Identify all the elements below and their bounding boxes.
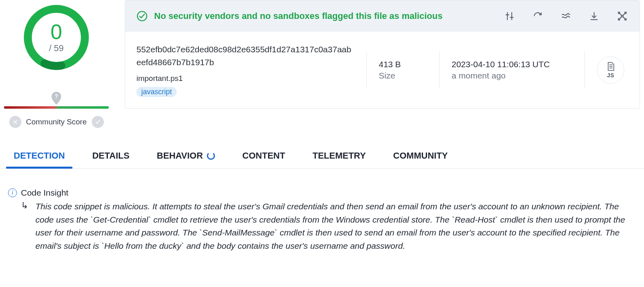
svg-rect-7 — [618, 19, 619, 20]
tab-details[interactable]: DETAILS — [91, 148, 131, 168]
file-tag[interactable]: javascript — [136, 87, 177, 97]
divider — [584, 52, 585, 88]
info-icon: i — [8, 188, 17, 197]
filter-icon[interactable] — [504, 10, 516, 22]
community-score-label: Community Score — [26, 118, 87, 126]
code-insight-body: This code snippet is malicious. It attem… — [35, 200, 636, 252]
tab-content[interactable]: CONTENT — [241, 148, 287, 168]
svg-rect-8 — [625, 19, 626, 20]
detection-score-ring: 0 / 59 — [22, 3, 91, 72]
verdict-banner: No security vendors and no sandboxes fla… — [125, 0, 640, 32]
file-details-row: 552efb0dc7e62ded08c98d2e6355df1d27a1317c… — [125, 32, 640, 108]
code-insight-title: Code Insight — [21, 188, 68, 198]
svg-text:?: ? — [55, 93, 58, 99]
divider — [366, 52, 367, 88]
download-icon[interactable] — [588, 10, 600, 22]
community-confirm-icon[interactable] — [92, 116, 104, 128]
score-pane: 0 / 59 ? Community Score — [4, 0, 109, 128]
code-insight-section: i Code Insight ↳ This code snippet is ma… — [0, 169, 644, 260]
svg-rect-5 — [618, 12, 619, 13]
reply-arrow-icon: ↳ — [21, 200, 30, 252]
file-type-label: JS — [607, 72, 614, 78]
detection-score-total: / 59 — [49, 43, 64, 54]
community-score-block: ? Community Score — [4, 92, 109, 128]
community-score-bar — [4, 106, 109, 109]
banner-actions — [504, 10, 628, 22]
divider — [439, 52, 440, 88]
tab-detection[interactable]: DETECTION — [12, 148, 66, 168]
file-name: important.ps1 — [136, 74, 354, 83]
detection-score-value: 0 — [51, 21, 62, 42]
graph-icon[interactable] — [616, 10, 628, 22]
file-hash: 552efb0dc7e62ded08c98d2e6355df1d27a1317c… — [136, 43, 354, 68]
file-type-badge: JS — [597, 56, 624, 84]
community-marker-icon: ? — [51, 92, 62, 105]
file-size: 413 B — [379, 60, 427, 69]
svg-rect-4 — [621, 15, 623, 17]
checkmark-circle-icon — [136, 10, 148, 22]
verdict-message: No security vendors and no sandboxes fla… — [154, 11, 442, 21]
tab-bar: DETECTION DETAILS BEHAVIOR CONTENT TELEM… — [0, 148, 644, 169]
file-icon — [606, 62, 615, 71]
file-size-label: Size — [379, 71, 427, 81]
tab-behavior-label: BEHAVIOR — [157, 151, 203, 161]
reanalyze-icon[interactable] — [532, 10, 544, 22]
loading-spinner-icon — [207, 152, 215, 160]
tab-telemetry[interactable]: TELEMETRY — [311, 148, 367, 168]
analysis-time-relative: a moment ago — [452, 71, 572, 81]
tab-behavior[interactable]: BEHAVIOR — [155, 148, 217, 168]
summary-card: No security vendors and no sandboxes fla… — [125, 0, 640, 109]
community-dismiss-icon[interactable] — [9, 116, 21, 128]
tab-community[interactable]: COMMUNITY — [392, 148, 450, 168]
analysis-time: 2023-04-10 11:06:13 UTC — [452, 60, 572, 69]
similar-icon[interactable] — [560, 10, 572, 22]
svg-rect-6 — [625, 12, 626, 13]
